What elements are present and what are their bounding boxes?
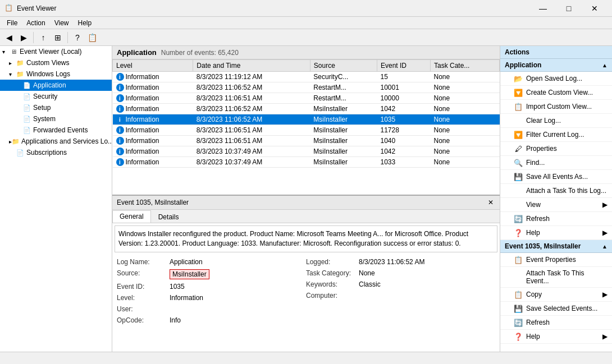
source-value: MsiInstaller <box>170 269 209 279</box>
action-filter-log[interactable]: 🔽 Filter Current Log... <box>500 128 612 142</box>
toolbar-grid-button[interactable]: ⊞ <box>51 31 65 44</box>
detail-fields: Log Name: Application Source: MsiInstall… <box>112 255 500 328</box>
tree-item-setup[interactable]: 📄 Setup <box>0 102 112 113</box>
copy-submenu-arrow: ▶ <box>602 291 608 298</box>
table-row[interactable]: i Information 8/3/2023 11:19:12 AM Secur… <box>113 72 500 82</box>
source-label: Source: <box>117 269 167 279</box>
action-open-saved-log[interactable]: 📂 Open Saved Log... <box>500 72 612 86</box>
table-row[interactable]: i Information 8/3/2023 10:37:49 AM MsiIn… <box>113 157 500 168</box>
table-row[interactable]: i Information 8/3/2023 11:06:52 AM MsiIn… <box>113 114 500 125</box>
action-properties[interactable]: 🖊 Properties <box>500 142 612 156</box>
minimize-button[interactable]: — <box>530 0 556 17</box>
action-help2[interactable]: ❓ Help ▶ <box>500 330 612 344</box>
folder-icon-windows-logs: 📁 <box>16 70 25 79</box>
tree-item-security[interactable]: 📄 Security <box>0 91 112 102</box>
tree-item-event-viewer-local[interactable]: ▾ 🖥 Event Viewer (Local) <box>0 46 112 57</box>
toolbar-help-button[interactable]: ? <box>71 31 84 44</box>
detail-description: Windows Installer reconfigured the produ… <box>115 225 497 252</box>
cell-level: i Information <box>113 72 193 82</box>
level-label: Level: <box>117 294 167 302</box>
level-text: Information <box>126 73 159 81</box>
action-refresh[interactable]: 🔄 Refresh <box>500 212 612 226</box>
tree-item-application[interactable]: 📄 Application <box>0 80 112 91</box>
action-view[interactable]: View ▶ <box>500 198 612 212</box>
cell-source: MsiInstaller <box>310 104 377 114</box>
detail-title: Event 1035, MsiInstaller <box>117 199 189 206</box>
tree-item-applications-services[interactable]: ▸ 📁 Applications and Services Lo... <box>0 136 112 147</box>
action-find[interactable]: 🔍 Find... <box>500 156 612 170</box>
col-eventid[interactable]: Event ID <box>377 60 430 72</box>
save-all-icon: 💾 <box>514 172 523 181</box>
maximize-button[interactable]: □ <box>556 0 582 17</box>
action-clear-log[interactable]: Clear Log... <box>500 114 612 128</box>
menu-help[interactable]: Help <box>74 17 97 29</box>
action-attach-task-log[interactable]: Attach a Task To this Log... <box>500 184 612 198</box>
menu-file[interactable]: File <box>2 17 22 29</box>
main-layout: ▾ 🖥 Event Viewer (Local) ▸ 📁 Custom View… <box>0 46 612 352</box>
chevron-event-icon: ▲ <box>602 243 608 250</box>
col-datetime[interactable]: Date and Time <box>193 60 310 72</box>
toggle-custom-views[interactable]: ▸ <box>9 60 16 66</box>
tree-item-windows-logs[interactable]: ▾ 📁 Windows Logs <box>0 68 112 80</box>
level-value: Information <box>170 294 203 302</box>
tree-label-windows-logs: Windows Logs <box>26 70 70 78</box>
action-create-custom-view[interactable]: 🔽 Create Custom View... <box>500 86 612 100</box>
col-taskcate[interactable]: Task Cate... <box>431 60 500 72</box>
toggle-windows-logs[interactable]: ▾ <box>9 71 16 77</box>
table-row[interactable]: i Information 8/3/2023 11:06:52 AM Resta… <box>113 82 500 93</box>
opcode-value: Info <box>170 316 181 324</box>
action-copy[interactable]: 📋 Copy ▶ <box>500 288 612 302</box>
table-header-row: Level Date and Time Source Event ID Task… <box>113 60 500 72</box>
toolbar-up-button[interactable]: ↑ <box>36 31 50 44</box>
table-row[interactable]: i Information 8/3/2023 11:06:52 AM MsiIn… <box>113 104 500 114</box>
cell-datetime: 8/3/2023 11:06:51 AM <box>193 93 310 104</box>
cell-taskcate: None <box>431 104 500 114</box>
action-help[interactable]: ❓ Help ▶ <box>500 226 612 240</box>
toolbar-back-button[interactable]: ◀ <box>2 31 16 44</box>
table-row[interactable]: i Information 8/3/2023 10:37:49 AM MsiIn… <box>113 146 500 157</box>
action-event-properties[interactable]: 📋 Event Properties <box>500 253 612 267</box>
action-save-selected[interactable]: 💾 Save Selected Events... <box>500 302 612 316</box>
detail-field-group-right: Logged: 8/3/2023 11:06:52 AM Task Catego… <box>306 257 495 325</box>
close-button[interactable]: ✕ <box>582 0 608 17</box>
cell-eventid: 15 <box>377 72 430 82</box>
tab-details[interactable]: Details <box>151 211 186 223</box>
action-save-all[interactable]: 💾 Save All Events As... <box>500 170 612 184</box>
table-row[interactable]: i Information 8/3/2023 11:06:51 AM MsiIn… <box>113 125 500 136</box>
table-row[interactable]: i Information 8/3/2023 11:06:51 AM Resta… <box>113 93 500 104</box>
action-attach-task-event[interactable]: Attach Task To This Event... <box>500 267 612 288</box>
cell-datetime: 8/3/2023 11:06:52 AM <box>193 104 310 114</box>
find-icon: 🔍 <box>514 158 523 167</box>
field-log-name: Log Name: Application <box>117 257 306 267</box>
table-row[interactable]: i Information 8/3/2023 11:06:51 AM MsiIn… <box>113 136 500 146</box>
create-view-icon: 🔽 <box>514 88 523 97</box>
actions-section-event[interactable]: Event 1035, MsiInstaller ▲ <box>500 240 612 253</box>
tree-item-custom-views[interactable]: ▸ 📁 Custom Views <box>0 57 112 68</box>
toolbar-forward-button[interactable]: ▶ <box>17 31 30 44</box>
cell-eventid: 10001 <box>377 82 430 93</box>
col-source[interactable]: Source <box>310 60 377 72</box>
events-table-wrapper[interactable]: Level Date and Time Source Event ID Task… <box>112 59 500 195</box>
tree-panel[interactable]: ▾ 🖥 Event Viewer (Local) ▸ 📁 Custom View… <box>0 46 112 352</box>
action-refresh2[interactable]: 🔄 Refresh <box>500 316 612 330</box>
detail-panel: Event 1035, MsiInstaller ✕ General Detai… <box>112 195 500 352</box>
toolbar-log-button[interactable]: 📋 <box>85 31 99 44</box>
attach-task-log-icon <box>514 186 523 195</box>
actions-section-application[interactable]: Application ▲ <box>500 59 612 72</box>
action-import-view-label: Import Custom View... <box>526 103 592 110</box>
tree-item-system[interactable]: 📄 System <box>0 113 112 125</box>
action-import-custom-view[interactable]: 📋 Import Custom View... <box>500 100 612 114</box>
import-view-icon: 📋 <box>514 102 523 111</box>
col-level[interactable]: Level <box>113 60 193 72</box>
tab-general[interactable]: General <box>112 210 151 223</box>
menu-view[interactable]: View <box>50 17 74 29</box>
toggle-security <box>16 94 22 100</box>
level-text: Information <box>126 158 159 166</box>
tree-item-forwarded-events[interactable]: 📄 Forwarded Events <box>0 125 112 136</box>
menu-action[interactable]: Action <box>22 17 49 29</box>
tree-item-subscriptions[interactable]: 📄 Subscriptions <box>0 147 112 158</box>
action-open-log-label: Open Saved Log... <box>526 75 582 82</box>
toggle-event-viewer[interactable]: ▾ <box>2 49 9 55</box>
detail-close-button[interactable]: ✕ <box>486 198 495 207</box>
toggle-subscriptions <box>9 150 16 156</box>
